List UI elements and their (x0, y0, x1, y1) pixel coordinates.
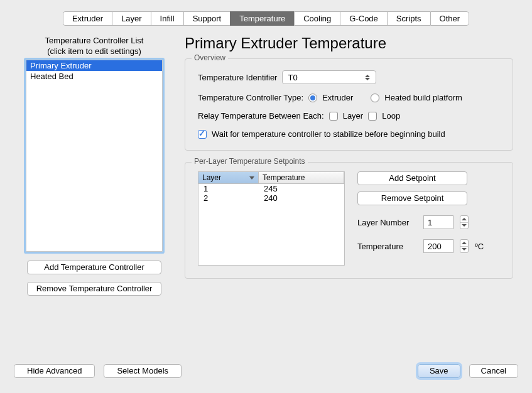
temperature-unit: ºC (475, 242, 484, 251)
checkbox-relay-layer[interactable] (329, 112, 338, 121)
layer-number-value: 1 (428, 218, 432, 227)
radio-heated-platform[interactable] (371, 94, 379, 102)
list-item-primary-extruder[interactable]: Primary Extruder (26, 60, 162, 71)
radio-heated-platform-label: Heated build platform (384, 93, 462, 102)
checkbox-relay-loop-label: Loop (382, 111, 400, 121)
checkbox-wait-stabilize[interactable] (198, 130, 207, 139)
cell-layer: 2 (198, 193, 259, 203)
col-header-layer-text: Layer (202, 173, 221, 182)
tab-scripts[interactable]: Scripts (387, 11, 430, 26)
layer-number-label: Layer Number (357, 218, 417, 227)
table-row[interactable]: 1 245 (198, 184, 344, 193)
footer: Hide Advanced Select Models Save Cancel (0, 364, 532, 378)
tab-layer[interactable]: Layer (112, 11, 151, 26)
list-item-heated-bed[interactable]: Heated Bed (26, 71, 162, 82)
temperature-label: Temperature (357, 242, 417, 251)
setpoints-table[interactable]: Layer Temperature 1 245 2 240 (198, 171, 345, 266)
layer-number-input[interactable]: 1 (423, 215, 453, 229)
checkbox-relay-layer-label: Layer (343, 111, 364, 121)
stepper-up-icon[interactable] (460, 216, 468, 223)
controller-list-title: Temperature Controller List (click item … (45, 36, 144, 57)
tab-support[interactable]: Support (183, 11, 231, 26)
tab-other[interactable]: Other (430, 11, 470, 26)
checkbox-relay-loop[interactable] (368, 112, 377, 121)
select-stepper-icon (365, 72, 374, 82)
add-setpoint-button[interactable]: Add Setpoint (357, 171, 467, 185)
select-models-button[interactable]: Select Models (104, 364, 182, 378)
controller-list-title-line1: Temperature Controller List (45, 36, 144, 45)
setpoints-group-title: Per-Layer Temperature Setpoints (192, 157, 308, 166)
cell-temp: 245 (259, 184, 344, 193)
settings-window: { "tabs": ["Extruder", "Layer", "Infill"… (0, 0, 532, 393)
layer-number-stepper[interactable] (460, 215, 469, 229)
add-controller-button[interactable]: Add Temperature Controller (27, 261, 161, 274)
page-title: Primary Extruder Temperature (185, 35, 513, 52)
tab-cooling[interactable]: Cooling (294, 11, 340, 26)
remove-controller-button[interactable]: Remove Temperature Controller (27, 282, 161, 296)
tab-strip: Extruder Layer Infill Support Temperatur… (63, 11, 469, 26)
setpoints-header: Layer Temperature (198, 172, 344, 184)
radio-extruder[interactable] (308, 94, 317, 102)
temperature-value: 200 (428, 242, 442, 251)
cell-layer: 1 (198, 184, 259, 193)
tab-infill[interactable]: Infill (151, 11, 183, 26)
hide-advanced-button[interactable]: Hide Advanced (14, 364, 95, 378)
cell-temp: 240 (259, 193, 344, 203)
controller-type-label: Temperature Controller Type: (198, 93, 303, 102)
overview-group: Overview Temperature Identifier T0 Tempe… (185, 58, 513, 151)
stepper-down-icon[interactable] (460, 223, 468, 229)
setpoint-controls: Add Setpoint Remove Setpoint Layer Numbe… (357, 171, 500, 266)
radio-extruder-label: Extruder (322, 93, 353, 102)
col-header-layer[interactable]: Layer (198, 172, 259, 183)
temperature-identifier-value: T0 (288, 73, 297, 82)
col-header-temp-text: Temperature (263, 173, 305, 182)
tab-gcode[interactable]: G-Code (340, 11, 387, 26)
tab-temperature[interactable]: Temperature (230, 11, 294, 26)
remove-setpoint-button[interactable]: Remove Setpoint (357, 191, 467, 205)
tab-bar: Extruder Layer Infill Support Temperatur… (0, 0, 532, 26)
temperature-input[interactable]: 200 (423, 239, 453, 253)
setpoints-group: Per-Layer Temperature Setpoints Layer Te… (185, 162, 513, 279)
checkbox-wait-stabilize-label: Wait for temperature controller to stabi… (212, 129, 445, 139)
overview-group-title: Overview (192, 53, 228, 62)
stepper-down-icon[interactable] (460, 247, 468, 253)
controller-list-title-line2: (click item to edit settings) (47, 46, 141, 56)
settings-detail: Primary Extruder Temperature Overview Te… (185, 32, 513, 296)
sort-desc-icon (249, 176, 254, 180)
save-button[interactable]: Save (418, 364, 460, 378)
temperature-stepper[interactable] (460, 239, 469, 253)
tab-extruder[interactable]: Extruder (63, 11, 112, 26)
temperature-identifier-select[interactable]: T0 (282, 70, 376, 84)
controller-list-panel: Temperature Controller List (click item … (19, 32, 170, 296)
relay-label: Relay Temperature Between Each: (198, 111, 324, 121)
col-header-temperature[interactable]: Temperature (259, 172, 344, 183)
temperature-identifier-label: Temperature Identifier (198, 73, 277, 82)
controller-listbox[interactable]: Primary Extruder Heated Bed (26, 60, 163, 252)
table-row[interactable]: 2 240 (198, 193, 344, 203)
stepper-up-icon[interactable] (460, 240, 468, 247)
cancel-button[interactable]: Cancel (469, 364, 518, 378)
